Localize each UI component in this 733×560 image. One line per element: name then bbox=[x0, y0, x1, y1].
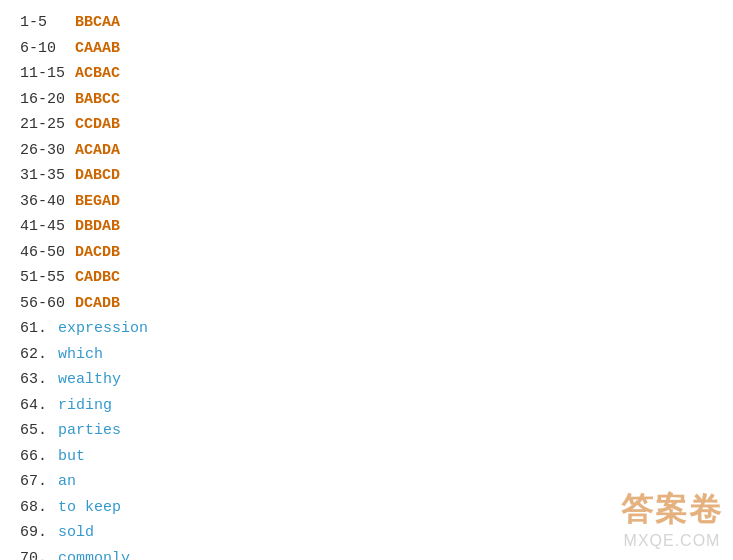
numbered-label: 67. bbox=[20, 469, 58, 495]
range-label: 46-50 bbox=[20, 240, 75, 266]
range-value: DBDAB bbox=[75, 214, 120, 240]
range-label: 26-30 bbox=[20, 138, 75, 164]
numbered-value: an bbox=[58, 469, 76, 495]
range-row: 11-15ACBAC bbox=[20, 61, 713, 87]
range-label: 31-35 bbox=[20, 163, 75, 189]
numbered-value: wealthy bbox=[58, 367, 121, 393]
range-value: BEGAD bbox=[75, 189, 120, 215]
watermark-line2: MXQE.COM bbox=[621, 532, 723, 550]
range-row: 41-45DBDAB bbox=[20, 214, 713, 240]
range-value: BBCAA bbox=[75, 10, 120, 36]
range-row: 51-55CADBC bbox=[20, 265, 713, 291]
range-label: 56-60 bbox=[20, 291, 75, 317]
numbered-row: 67.an bbox=[20, 469, 713, 495]
range-label: 51-55 bbox=[20, 265, 75, 291]
range-label: 36-40 bbox=[20, 189, 75, 215]
range-value: CAAAB bbox=[75, 36, 120, 62]
range-label: 16-20 bbox=[20, 87, 75, 113]
numbered-label: 66. bbox=[20, 444, 58, 470]
numbered-value: but bbox=[58, 444, 85, 470]
range-label: 41-45 bbox=[20, 214, 75, 240]
range-label: 1-5 bbox=[20, 10, 75, 36]
numbered-row: 66.but bbox=[20, 444, 713, 470]
range-label: 6-10 bbox=[20, 36, 75, 62]
range-row: 36-40BEGAD bbox=[20, 189, 713, 215]
numbered-label: 64. bbox=[20, 393, 58, 419]
range-row: 6-10CAAAB bbox=[20, 36, 713, 62]
numbered-value: to keep bbox=[58, 495, 121, 521]
numbered-label: 62. bbox=[20, 342, 58, 368]
range-value: ACBAC bbox=[75, 61, 120, 87]
numbered-label: 61. bbox=[20, 316, 58, 342]
numbered-label: 63. bbox=[20, 367, 58, 393]
watermark: 答案卷 MXQE.COM bbox=[621, 488, 723, 550]
numbered-row: 63.wealthy bbox=[20, 367, 713, 393]
watermark-line1: 答案卷 bbox=[621, 488, 723, 532]
numbered-row: 64.riding bbox=[20, 393, 713, 419]
numbered-value: expression bbox=[58, 316, 148, 342]
range-row: 26-30ACADA bbox=[20, 138, 713, 164]
range-value: DACDB bbox=[75, 240, 120, 266]
range-value: CCDAB bbox=[75, 112, 120, 138]
numbered-row: 68.to keep bbox=[20, 495, 713, 521]
numbered-label: 68. bbox=[20, 495, 58, 521]
range-row: 16-20BABCC bbox=[20, 87, 713, 113]
numbered-row: 70.commonly bbox=[20, 546, 713, 561]
range-label: 11-15 bbox=[20, 61, 75, 87]
range-row: 31-35DABCD bbox=[20, 163, 713, 189]
range-value: CADBC bbox=[75, 265, 120, 291]
numbered-label: 65. bbox=[20, 418, 58, 444]
answer-content: 1-5BBCAA6-10CAAAB11-15ACBAC16-20BABCC21-… bbox=[0, 0, 733, 560]
numbered-value: which bbox=[58, 342, 103, 368]
numbered-row: 69.sold bbox=[20, 520, 713, 546]
range-value: DABCD bbox=[75, 163, 120, 189]
range-value: BABCC bbox=[75, 87, 120, 113]
range-row: 1-5BBCAA bbox=[20, 10, 713, 36]
range-value: ACADA bbox=[75, 138, 120, 164]
numbered-value: riding bbox=[58, 393, 112, 419]
numbered-row: 65.parties bbox=[20, 418, 713, 444]
numbered-label: 70. bbox=[20, 546, 58, 561]
numbered-row: 61.expression bbox=[20, 316, 713, 342]
range-label: 21-25 bbox=[20, 112, 75, 138]
range-row: 21-25CCDAB bbox=[20, 112, 713, 138]
numbered-row: 62.which bbox=[20, 342, 713, 368]
range-value: DCADB bbox=[75, 291, 120, 317]
numbered-value: sold bbox=[58, 520, 94, 546]
range-row: 46-50DACDB bbox=[20, 240, 713, 266]
numbered-value: commonly bbox=[58, 546, 130, 561]
numbered-label: 69. bbox=[20, 520, 58, 546]
numbered-value: parties bbox=[58, 418, 121, 444]
range-row: 56-60DCADB bbox=[20, 291, 713, 317]
